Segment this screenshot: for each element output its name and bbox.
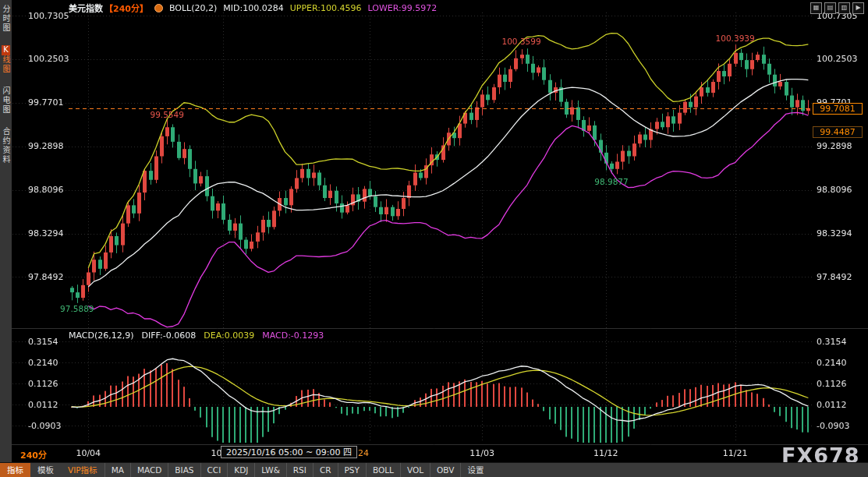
macd-indicator-label: MACD(26,12,9) <box>69 330 134 341</box>
macd-y-axis-label: 0.1126 <box>28 379 58 389</box>
sidebar-item-label: 闪电图 <box>2 87 10 115</box>
forward-icon[interactable]: ▶ <box>852 2 864 14</box>
window-control-icons: ▦ ▤ ▥ ▶ <box>810 2 864 14</box>
indicator-button-vol[interactable]: VOL <box>400 463 430 477</box>
y-axis-label: 99.2898 <box>28 141 64 151</box>
y-axis-label: 98.3294 <box>817 228 852 238</box>
boll-upper-value: UPPER:100.4596 <box>290 3 362 13</box>
macd-diff-value: DIFF:-0.0608 <box>142 330 197 341</box>
x-axis-label: 11/21 <box>723 448 748 458</box>
macd-y-axis-label: 0.0112 <box>817 400 847 410</box>
y-axis-label: 100.7305 <box>28 11 69 21</box>
price-annotation-low: 97.5889 <box>60 304 94 313</box>
indicator-button-btn12[interactable]: 设置 <box>460 463 490 477</box>
x-axis-label-partial: 24 <box>358 448 369 458</box>
indicator-button-kdj[interactable]: KDJ <box>227 463 254 477</box>
bottom-toolbar: 指标 模板 VIP指标 MAMACDBIASCCIKDJLW&RSICRPSYB… <box>0 462 868 477</box>
timeframe-axis-label[interactable]: 240分 <box>20 448 47 461</box>
timeframe-label: 【240分】 <box>105 2 148 14</box>
tab-vip-indicators[interactable]: VIP指标 <box>61 463 105 477</box>
x-axis-label: 11/12 <box>593 448 618 458</box>
price-annotation-low: 98.9877 <box>594 177 628 186</box>
indicator-buttons: MAMACDBIASCCIKDJLW&RSICRPSYBOLLVOLOBV设置 <box>105 463 491 477</box>
boll-indicator-label: BOLL(20,2) <box>169 3 217 13</box>
y-axis-label: 99.7701 <box>28 97 64 108</box>
sidebar-item-lightning[interactable]: 闪电图 <box>0 87 12 115</box>
crosshair-price-box: 99.4487 <box>813 126 863 138</box>
y-axis-label: 99.2898 <box>817 141 852 151</box>
indicator-button-cr[interactable]: CR <box>313 463 338 477</box>
boll-mid-value: MID:100.0284 <box>223 3 283 13</box>
price-annotation-high: 100.3939 <box>716 34 755 43</box>
macd-y-axis-label: 0.1126 <box>817 379 847 389</box>
y-axis-label: 97.8492 <box>28 272 64 282</box>
macd-macd-value: MACD:-0.1293 <box>262 330 324 341</box>
y-axis-label: 100.2503 <box>28 54 69 64</box>
grid-view-icon[interactable]: ▦ <box>810 2 822 14</box>
indicator-button-boll[interactable]: BOLL <box>366 463 400 477</box>
x-axis-label: 10/04 <box>76 448 101 458</box>
columns-view-icon[interactable]: ▥ <box>838 2 850 14</box>
y-axis-label: 98.3294 <box>28 228 64 238</box>
tab-templates[interactable]: 模板 <box>30 463 61 477</box>
indicator-button-lw[interactable]: LW& <box>254 463 285 477</box>
indicator-button-bias[interactable]: BIAS <box>168 463 200 477</box>
chart-canvas[interactable] <box>0 0 868 477</box>
macd-dea-value: DEA:0.0039 <box>204 330 254 341</box>
y-axis-label: 98.8096 <box>28 185 64 195</box>
price-annotation-high: 99.5549 <box>150 110 183 119</box>
macd-y-axis-label: 0.2140 <box>28 358 58 368</box>
macd-y-axis-label: 0.3154 <box>28 337 58 347</box>
macd-y-axis-label: -0.0903 <box>28 421 61 431</box>
y-axis-label: 97.8492 <box>817 272 852 282</box>
tab-indicators[interactable]: 指标 <box>0 463 30 477</box>
sidebar-item-contract-info[interactable]: 合约资料 <box>0 127 12 164</box>
last-price-box: 99.7081 <box>813 103 863 115</box>
indicator-button-ma[interactable]: MA <box>105 463 130 477</box>
y-axis-label: 98.8096 <box>817 185 852 195</box>
macd-y-axis-label: 0.0112 <box>28 400 58 410</box>
indicator-button-cci[interactable]: CCI <box>200 463 228 477</box>
macd-header: MACD(26,12,9) DIFF:-0.0608 DEA:0.0039 MA… <box>69 330 324 341</box>
boll-lower-value: LOWER:99.5972 <box>367 3 437 13</box>
sidebar-item-timeshare[interactable]: 分时图 <box>0 5 12 33</box>
indicator-button-rsi[interactable]: RSI <box>286 463 313 477</box>
macd-y-axis-label: 0.3154 <box>817 337 847 347</box>
y-axis-label: 100.2503 <box>817 54 858 64</box>
chart-header: 美元指数 【240分】 BOLL(20,2) MID:100.0284 UPPE… <box>69 2 437 14</box>
sidebar-item-label: 线图 <box>2 55 10 74</box>
x-axis-label: 11/03 <box>469 448 494 458</box>
symbol-title: 美元指数 <box>69 2 103 14</box>
sidebar-item-label: 分时图 <box>2 5 10 33</box>
rows-view-icon[interactable]: ▤ <box>824 2 836 14</box>
sidebar-item-kline[interactable]: K线图 <box>0 45 12 74</box>
clock-icon[interactable] <box>154 4 163 12</box>
indicator-button-macd[interactable]: MACD <box>130 463 168 477</box>
crosshair-time-tooltip: 2025/10/16 05:00 ~ 09:00 四 <box>221 446 357 458</box>
indicator-button-obv[interactable]: OBV <box>430 463 460 477</box>
macd-y-axis-label: -0.0903 <box>817 421 849 431</box>
indicator-button-psy[interactable]: PSY <box>338 463 366 477</box>
macd-y-axis-label: 0.2140 <box>817 358 847 368</box>
left-sidebar: 分时图 K线图 闪电图 合约资料 <box>0 0 12 463</box>
kline-badge: K <box>2 45 10 55</box>
price-annotation-high: 100.3599 <box>502 37 541 46</box>
sidebar-item-label: 合约资料 <box>2 127 10 164</box>
